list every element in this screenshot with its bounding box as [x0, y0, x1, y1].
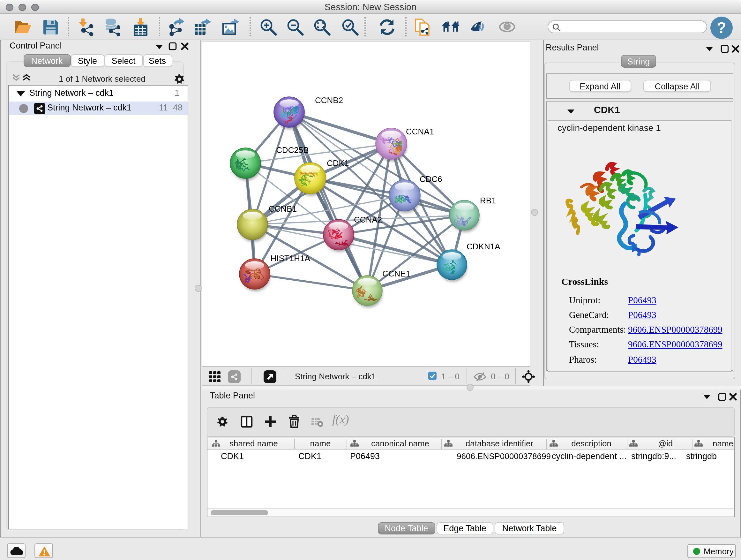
svg-text:HIST1H1A: HIST1H1A — [271, 253, 311, 263]
svg-text:CDKN1A: CDKN1A — [467, 242, 500, 251]
svg-text:CCNA1: CCNA1 — [406, 127, 434, 136]
svg-text:?: ? — [717, 19, 726, 36]
svg-text:CDK1: CDK1 — [327, 159, 349, 168]
svg-text:RB1: RB1 — [480, 196, 496, 205]
svg-text:CDC6: CDC6 — [420, 174, 442, 184]
svg-text:CCNE1: CCNE1 — [382, 269, 410, 278]
svg-text:CCNB2: CCNB2 — [315, 96, 343, 105]
svg-text:CDC25B: CDC25B — [276, 145, 309, 155]
svg-text:CCNB1: CCNB1 — [269, 204, 297, 213]
svg-text:CCNA2: CCNA2 — [354, 215, 382, 225]
